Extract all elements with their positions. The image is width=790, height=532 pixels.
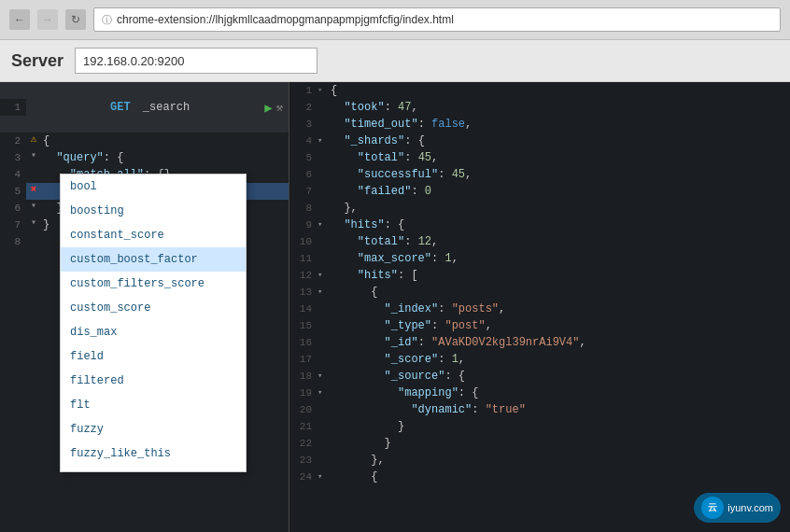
fold-marker-3[interactable]: ▾ [26,149,41,161]
line-number-3: 3 [0,149,26,166]
line-number-4: 4 [0,166,26,183]
line-number-7: 7 [0,217,26,233]
error-marker-5: ✖ [26,183,41,195]
warning-marker-2: ⚠ [26,133,41,145]
watermark-logo: 云 [701,497,724,519]
line-number-2: 2 [0,133,26,149]
result-line-8: 8 }, [289,200,790,217]
request-path: _search [136,101,190,114]
result-line-4: 4 ▾ "_shards": { [289,133,790,149]
result-line-15: 15 "_type": "post", [289,317,790,334]
autocomplete-item-fuzzy-like-this[interactable]: fuzzy_like_this [61,441,246,466]
result-line-12: 12 ▾ "hits": [ [289,267,790,284]
url-text: chrome-extension://lhjgkmllcaadmopgmanpa… [117,13,454,26]
result-line-18: 18 ▾ "_source": { [289,368,790,385]
line-number-1: 1 [0,99,26,116]
line-number-5: 5 [0,183,26,200]
fold-marker-7[interactable]: ▾ [26,217,41,228]
server-label: Server [11,51,63,71]
watermark: 云 iyunv.com [694,493,781,523]
result-line-2: 2 "took": 47, [289,99,790,116]
result-line-1: 1 ▾ { [289,82,790,99]
server-bar: Server [0,40,790,82]
line-number-8: 8 [0,233,26,250]
autocomplete-item-boosting[interactable]: boosting [61,199,246,223]
result-line-16: 16 "_id": "AVaKD0V2kgl39nrAi9V4", [289,334,790,351]
result-line-21: 21 } [289,418,790,435]
editor-line-1: 1 GET _search ▶ ⚒ [0,82,289,133]
line-number-6: 6 [0,200,26,217]
http-method: GET [110,101,131,114]
editor-line-3: 3 ▾ "query": { [0,149,289,166]
server-address-input[interactable] [75,48,317,74]
autocomplete-item-fuzzy[interactable]: fuzzy [61,417,246,441]
fold-marker-6[interactable]: ▾ [26,200,41,211]
result-line-3: 3 "timed_out": false, [289,116,790,133]
result-line-20: 20 "dynamic": "true" [289,401,790,418]
result-line-24: 24 ▾ { [289,469,790,485]
autocomplete-item-flt[interactable]: flt [61,393,246,417]
result-line-9: 9 ▾ "hits": { [289,217,790,233]
autocomplete-item-custom-score[interactable]: custom_score [61,296,246,320]
forward-button[interactable]: → [37,9,58,30]
result-line-19: 19 ▾ "mapping": { [289,385,790,401]
right-result-panel: 1 ▾ { 2 "took": 47, 3 "timed_out": false… [289,82,790,532]
autocomplete-item-field[interactable]: field [61,344,246,369]
autocomplete-item-constant-score[interactable]: constant_score [61,223,246,247]
editor-line-2: 2 ⚠ { [0,133,289,149]
watermark-text: iyunv.com [727,502,773,513]
line-content-2: { [41,133,289,149]
tools-button[interactable]: ⚒ [276,101,283,115]
result-line-11: 11 "max_score": 1, [289,250,790,267]
result-line-23: 23 }, [289,452,790,469]
autocomplete-item-filtered[interactable]: filtered [61,369,246,393]
result-line-17: 17 "_score": 1, [289,351,790,368]
result-line-10: 10 "total": 12, [289,233,790,250]
result-line-22: 22 } [289,435,790,452]
autocomplete-item-dis-max[interactable]: dis_max [61,320,246,344]
autocomplete-item-custom-boost-factor[interactable]: custom_boost_factor [61,247,246,272]
lock-icon: ⓘ [102,13,112,27]
run-button[interactable]: ▶ [264,100,272,116]
autocomplete-item-bool[interactable]: bool [61,175,246,199]
main-content: 1 GET _search ▶ ⚒ 2 ⚠ { 3 ▾ "query": { [0,82,790,532]
result-line-6: 6 "successful": 45, [289,166,790,183]
autocomplete-item-geo-shape[interactable]: geo_shape [61,466,246,472]
result-editor: 1 ▾ { 2 "took": 47, 3 "timed_out": false… [289,82,790,485]
result-line-13: 13 ▾ { [289,284,790,301]
result-line-14: 14 "_index": "posts", [289,301,790,317]
autocomplete-item-custom-filters-score[interactable]: custom_filters_score [61,272,246,296]
url-bar[interactable]: ⓘ chrome-extension://lhjgkmllcaadmopgman… [93,7,781,32]
result-line-5: 5 "total": 45, [289,149,790,166]
left-editor-panel: 1 GET _search ▶ ⚒ 2 ⚠ { 3 ▾ "query": { [0,82,289,532]
line-content-3: "query": { [41,149,289,166]
back-button[interactable]: ← [9,9,30,30]
reload-button[interactable]: ↻ [65,9,86,30]
browser-chrome: ← → ↻ ⓘ chrome-extension://lhjgkmllcaadm… [0,0,790,40]
autocomplete-dropdown[interactable]: bool boosting constant_score custom_boos… [60,174,247,472]
line-content-1: GET _search [41,82,264,133]
result-line-7: 7 "failed": 0 [289,183,790,200]
